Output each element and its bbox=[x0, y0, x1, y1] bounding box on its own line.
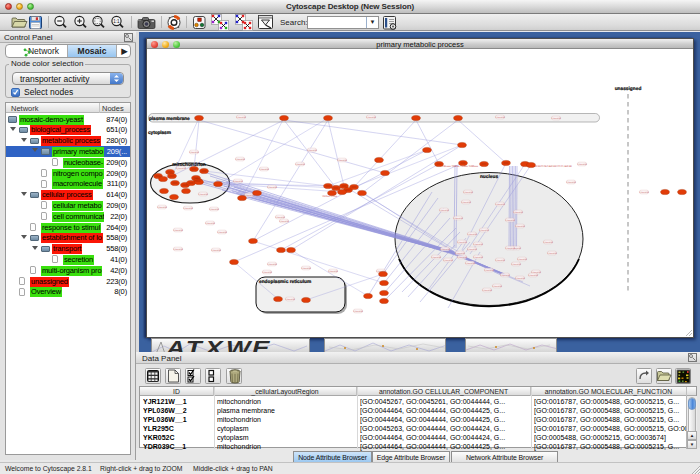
svg-text:cytoplasm: cytoplasm bbox=[148, 130, 171, 136]
svg-text:YALxxxW: YALxxxW bbox=[505, 219, 516, 222]
svg-text:YALxxxW: YALxxxW bbox=[157, 206, 168, 209]
svg-text:YALxxxW: YALxxxW bbox=[473, 256, 484, 259]
svg-text:YALxxxW: YALxxxW bbox=[301, 267, 312, 270]
svg-text:YALxxxW: YALxxxW bbox=[183, 207, 194, 210]
svg-text:YALxxxW: YALxxxW bbox=[337, 159, 348, 162]
svg-text:T: T bbox=[186, 339, 204, 353]
svg-text:YALxxxW: YALxxxW bbox=[198, 193, 209, 196]
svg-text:YALxxxW: YALxxxW bbox=[173, 248, 184, 251]
svg-text:YALxxxW: YALxxxW bbox=[262, 271, 273, 274]
svg-text:YALxxxW: YALxxxW bbox=[543, 241, 554, 244]
svg-text:YALxxxW: YALxxxW bbox=[328, 270, 339, 273]
svg-text:YALxxxW: YALxxxW bbox=[443, 259, 454, 262]
svg-text:unassigned: unassigned bbox=[615, 86, 642, 92]
svg-text:YALxxxW: YALxxxW bbox=[205, 222, 216, 225]
svg-text:YALxxxW: YALxxxW bbox=[295, 163, 306, 166]
svg-text:YALxxxW: YALxxxW bbox=[500, 274, 511, 277]
svg-text:YALxxxW: YALxxxW bbox=[505, 247, 516, 250]
svg-text:YALxxxW: YALxxxW bbox=[209, 208, 220, 211]
svg-text:YALxxxW: YALxxxW bbox=[439, 209, 450, 212]
svg-text:YALxxxW: YALxxxW bbox=[233, 180, 244, 183]
svg-text:YALxxxW: YALxxxW bbox=[285, 298, 296, 301]
svg-text:YALxxxW: YALxxxW bbox=[517, 258, 528, 261]
svg-text:YALxxxW: YALxxxW bbox=[479, 229, 490, 232]
svg-text:YALxxxW: YALxxxW bbox=[457, 256, 468, 259]
svg-text:YALxxxW: YALxxxW bbox=[235, 158, 246, 161]
svg-text:endoplasmic reticulum: endoplasmic reticulum bbox=[259, 279, 311, 285]
svg-text:YALxxxW: YALxxxW bbox=[515, 277, 526, 280]
svg-text:YALxxxW: YALxxxW bbox=[528, 274, 539, 277]
svg-text:YALxxxW: YALxxxW bbox=[307, 149, 318, 152]
svg-text:YALxxxW: YALxxxW bbox=[176, 167, 187, 170]
svg-text:YALxxxW: YALxxxW bbox=[511, 263, 522, 266]
svg-text:YALxxxW: YALxxxW bbox=[267, 263, 278, 266]
svg-text:YALxxxW: YALxxxW bbox=[461, 201, 472, 204]
svg-text:YALxxxW: YALxxxW bbox=[259, 168, 270, 171]
svg-text:YALxxxW: YALxxxW bbox=[566, 181, 577, 184]
svg-text:YALxxxW: YALxxxW bbox=[211, 249, 222, 252]
svg-text:X: X bbox=[203, 339, 224, 353]
svg-text:YALxxxW: YALxxxW bbox=[279, 220, 290, 223]
svg-text:E: E bbox=[252, 339, 271, 353]
svg-text:YALxxxW: YALxxxW bbox=[463, 191, 474, 194]
svg-text:YALxxxW: YALxxxW bbox=[440, 248, 451, 251]
svg-text:YALxxxW: YALxxxW bbox=[492, 285, 503, 288]
svg-text:YALxxxW: YALxxxW bbox=[236, 116, 247, 119]
svg-text:YALxxxW: YALxxxW bbox=[482, 289, 493, 292]
svg-text:GO:0044464,GO:0044444,GO:00: GO:0044464,GO:0044444,GO:00 bbox=[533, 165, 572, 168]
svg-text:YALxxxW: YALxxxW bbox=[267, 186, 278, 189]
svg-text:YALxxxW: YALxxxW bbox=[495, 203, 506, 206]
svg-text:A: A bbox=[165, 339, 185, 353]
svg-text:YALxxxW: YALxxxW bbox=[484, 269, 495, 272]
svg-text:YALxxxW: YALxxxW bbox=[495, 116, 506, 119]
svg-text:YALxxxW: YALxxxW bbox=[366, 116, 377, 119]
svg-text:YALxxxW: YALxxxW bbox=[467, 248, 478, 251]
svg-text:YALxxxW: YALxxxW bbox=[577, 163, 588, 166]
svg-text:plasma membrane: plasma membrane bbox=[149, 116, 190, 122]
svg-text:YALxxxW: YALxxxW bbox=[173, 229, 184, 232]
svg-text:YALxxxW: YALxxxW bbox=[275, 216, 286, 219]
svg-text:YALxxxW: YALxxxW bbox=[457, 241, 468, 244]
svg-text:YALxxxW: YALxxxW bbox=[431, 256, 442, 259]
svg-text:YALxxxW: YALxxxW bbox=[547, 252, 558, 255]
svg-text:YALxxxW: YALxxxW bbox=[473, 243, 484, 246]
svg-text:YALxxxW: YALxxxW bbox=[353, 310, 364, 313]
svg-text:YALxxxW: YALxxxW bbox=[455, 252, 466, 255]
svg-text:YALxxxW: YALxxxW bbox=[217, 231, 228, 234]
svg-text:nucleus: nucleus bbox=[480, 174, 498, 180]
svg-text:W: W bbox=[226, 339, 253, 353]
svg-text:YALxxxW: YALxxxW bbox=[639, 191, 650, 194]
svg-text:YALxxxW: YALxxxW bbox=[551, 117, 562, 120]
svg-text:1:1: 1:1 bbox=[113, 19, 120, 24]
svg-text:YALxxxW: YALxxxW bbox=[513, 211, 524, 214]
svg-text:YALxxxW: YALxxxW bbox=[189, 151, 200, 154]
svg-text:YALxxxW: YALxxxW bbox=[467, 233, 478, 236]
svg-text:YALxxxW: YALxxxW bbox=[465, 262, 476, 265]
svg-text:YALxxxW: YALxxxW bbox=[515, 225, 526, 228]
svg-text:YALxxxW: YALxxxW bbox=[495, 259, 506, 262]
svg-text:YALxxxW: YALxxxW bbox=[453, 217, 464, 220]
